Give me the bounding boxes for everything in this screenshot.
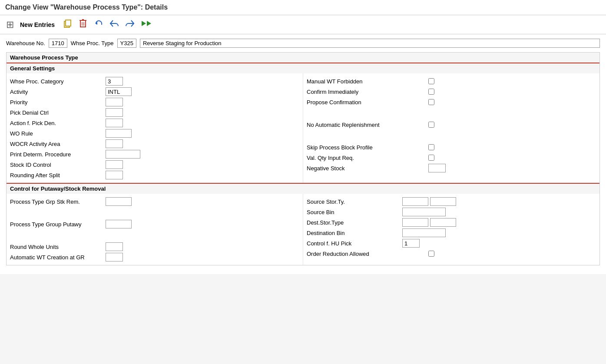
no-auto-replenishment-checkbox[interactable] — [428, 122, 434, 128]
wo-rule-label: WO Rule — [10, 130, 106, 137]
control-hu-pick-label: Control f. HU Pick — [307, 240, 402, 247]
field-row-manual-wt-forbidden: Manual WT Forbidden — [307, 76, 596, 86]
manual-wt-forbidden-label: Manual WT Forbidden — [307, 78, 428, 85]
field-row-whse-proc-category: Whse Proc. Category — [10, 76, 299, 86]
field-row-confirm-immediately: Confirm Immediately — [307, 86, 596, 97]
skip-process-block-checkbox[interactable] — [428, 144, 434, 150]
field-row-no-auto-replenishment: No Automatic Replenishment — [307, 119, 596, 130]
field-row-rounding-after-split: Rounding After Split — [10, 170, 299, 180]
field-row-dest-stor-type: Dest.Stor.Type — [307, 217, 596, 228]
general-left-col: Whse Proc. Category Activity Priority Pi… — [7, 73, 303, 183]
pick-denial-ctrl-label: Pick Denial Ctrl — [10, 109, 106, 116]
confirm-immediately-label: Confirm Immediately — [307, 89, 428, 95]
rounding-after-split-input[interactable] — [106, 171, 123, 179]
source-bin-input[interactable] — [402, 208, 446, 216]
field-row-auto-wt-creation-gr: Automatic WT Creation at GR — [10, 252, 299, 262]
round-whole-units-label: Round Whole Units — [10, 244, 106, 250]
action-pick-den-input[interactable] — [106, 119, 123, 127]
destination-bin-input[interactable] — [402, 228, 446, 237]
wocr-activity-area-input[interactable] — [106, 139, 123, 148]
activity-input[interactable] — [106, 87, 132, 96]
forward-button[interactable] — [123, 18, 136, 31]
action-pick-den-label: Action f. Pick Den. — [10, 120, 106, 126]
svg-marker-9 — [147, 21, 151, 26]
main-section-title: Warehouse Process Type — [7, 53, 599, 63]
source-bin-label: Source Bin — [307, 209, 402, 215]
auto-wt-creation-gr-label: Automatic WT Creation at GR — [10, 254, 106, 261]
header-fields: Warehouse No. 1710 Whse Proc. Type Y325 — [6, 39, 600, 48]
field-row-activity: Activity — [10, 86, 299, 97]
auto-wt-creation-gr-input[interactable] — [106, 253, 123, 261]
field-row-proc-type-grp-stk-rem: Process Type Grp Stk Rem. — [10, 196, 299, 207]
putaway-subsection: Control for Putaway/Stock Removal Proces… — [7, 184, 599, 265]
proc-type-grp-putawy-input[interactable] — [106, 220, 132, 228]
description-input[interactable] — [140, 39, 600, 48]
field-row-source-bin: Source Bin — [307, 207, 596, 217]
warehouse-no-label: Warehouse No. — [6, 40, 45, 46]
putaway-title: Control for Putaway/Stock Removal — [7, 184, 599, 194]
nav-button[interactable] — [139, 18, 155, 31]
copy-button[interactable] — [61, 18, 74, 31]
negative-stock-label: Negative Stock — [307, 165, 428, 172]
source-stor-ty-label: Source Stor.Ty. — [307, 199, 402, 205]
content-area: Warehouse No. 1710 Whse Proc. Type Y325 … — [0, 34, 606, 274]
destination-bin-label: Destination Bin — [307, 230, 402, 236]
skip-process-block-label: Skip Process Block Profile — [307, 144, 428, 151]
spacer-row-2 — [307, 130, 596, 142]
new-entries-button[interactable]: New Entries — [20, 21, 55, 28]
field-row-priority: Priority — [10, 97, 299, 107]
putaway-layout: Process Type Grp Stk Rem. Process Type G… — [7, 194, 599, 265]
db-icon-button[interactable]: ⊞ — [4, 18, 16, 31]
priority-label: Priority — [10, 99, 106, 106]
negative-stock-input[interactable] — [428, 164, 446, 172]
val-qty-input-checkbox[interactable] — [428, 155, 434, 161]
copy-icon — [63, 19, 72, 30]
warehouse-no-value: 1710 — [49, 39, 67, 48]
field-row-source-stor-ty: Source Stor.Ty. — [307, 196, 596, 207]
source-stor-ty-input[interactable] — [402, 197, 428, 206]
rounding-after-split-label: Rounding After Split — [10, 172, 106, 179]
print-determ-label: Print Determ. Procedure — [10, 151, 106, 158]
order-reduction-checkbox[interactable] — [428, 251, 434, 257]
pick-denial-ctrl-input[interactable] — [106, 108, 123, 117]
control-hu-pick-input[interactable] — [402, 239, 420, 248]
whse-proc-type-label: Whse Proc. Type — [71, 40, 114, 46]
propose-confirmation-checkbox[interactable] — [428, 99, 434, 105]
stock-id-control-label: Stock ID Control — [10, 162, 106, 168]
manual-wt-forbidden-checkbox[interactable] — [428, 78, 434, 84]
wo-rule-input[interactable] — [106, 129, 132, 138]
field-row-stock-id-control: Stock ID Control — [10, 159, 299, 170]
val-qty-input-label: Val. Qty Input Req. — [307, 155, 428, 161]
field-row-round-whole-units: Round Whole Units — [10, 242, 299, 252]
field-row-destination-bin: Destination Bin — [307, 228, 596, 238]
round-whole-units-input[interactable] — [106, 242, 123, 251]
print-determ-input[interactable] — [106, 150, 140, 159]
dest-stor-type-input2[interactable] — [430, 218, 456, 227]
field-row-order-reduction: Order Reduction Allowed — [307, 248, 596, 259]
no-auto-replenishment-label: No Automatic Replenishment — [307, 122, 428, 128]
whse-proc-category-input[interactable] — [106, 77, 123, 86]
delete-icon — [78, 19, 88, 30]
delete-button[interactable] — [76, 18, 89, 31]
whse-proc-type-value: Y325 — [117, 39, 136, 48]
general-settings-subsection: General Settings Whse Proc. Category Act… — [7, 63, 599, 184]
priority-input[interactable] — [106, 98, 123, 106]
spacer-putaway-2 — [10, 229, 299, 242]
general-settings-title: General Settings — [7, 63, 599, 73]
confirm-immediately-checkbox[interactable] — [428, 89, 434, 95]
propose-confirmation-label: Propose Confirmation — [307, 99, 428, 106]
source-stor-ty-input2[interactable] — [430, 197, 456, 206]
dest-stor-type-input[interactable] — [402, 218, 428, 227]
forward-icon — [125, 19, 135, 30]
proc-type-grp-stk-rem-input[interactable] — [106, 197, 132, 206]
nav-icon — [141, 19, 153, 30]
field-row-propose-confirmation: Propose Confirmation — [307, 97, 596, 107]
stock-id-control-input[interactable] — [106, 160, 123, 169]
svg-rect-1 — [66, 20, 71, 26]
toolbar: ⊞ New Entries — [0, 15, 606, 34]
field-row-print-determ: Print Determ. Procedure — [10, 149, 299, 159]
field-row-negative-stock: Negative Stock — [307, 163, 596, 173]
back-button[interactable] — [108, 18, 121, 31]
field-row-pick-denial-ctrl: Pick Denial Ctrl — [10, 107, 299, 118]
undo-button[interactable] — [92, 18, 105, 31]
